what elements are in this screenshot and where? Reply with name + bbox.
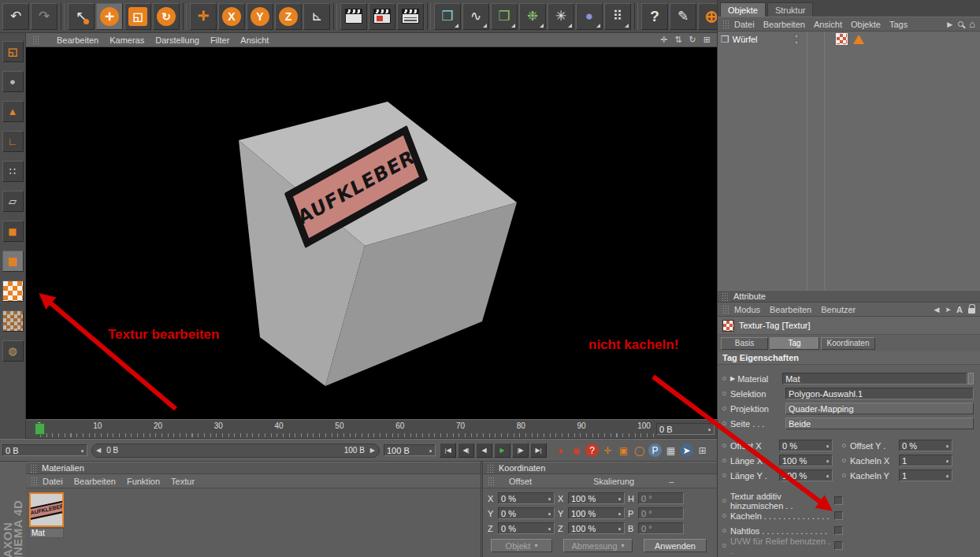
menu-item[interactable]: Benutzer <box>821 305 856 314</box>
render-picture-viewer-icon[interactable] <box>369 3 395 30</box>
record-help-icon[interactable]: ? <box>585 444 599 457</box>
menu-item[interactable]: Tags <box>889 20 908 29</box>
object-name-label[interactable]: Würfel <box>733 35 758 44</box>
polygon-selection-tag-icon[interactable] <box>853 35 864 44</box>
anim-dot-icon[interactable] <box>722 392 726 395</box>
add-spline-icon[interactable]: ∿ <box>462 3 489 30</box>
modeling-icon[interactable]: ❒ <box>491 3 518 30</box>
tab-koordinaten[interactable]: Koordinaten <box>821 337 875 350</box>
zoom-view-icon[interactable]: ⇅ <box>674 35 681 45</box>
history-back-icon[interactable]: ◀ <box>934 306 940 314</box>
menu-item[interactable]: Darstellung <box>155 35 199 45</box>
move-tool-icon[interactable]: ✛ <box>96 3 123 30</box>
menu-item[interactable]: Funktion <box>127 477 160 486</box>
texture-tag-icon[interactable] <box>836 33 848 45</box>
material-field[interactable]: Mat <box>782 373 967 384</box>
offset-y-field[interactable]: 0 % <box>899 440 952 451</box>
key-position-icon[interactable]: ✛ <box>601 444 614 457</box>
make-editable-icon[interactable]: ◱ <box>2 41 24 62</box>
scale-field[interactable]: 100 % <box>568 492 625 504</box>
range-left-handle[interactable]: ◀ <box>96 447 101 454</box>
anim-dot-icon[interactable] <box>842 459 846 462</box>
selection-arrow-icon[interactable]: ➤ <box>680 444 693 457</box>
uvw-mode-icon[interactable]: ◍ <box>2 340 24 362</box>
anim-dot-icon[interactable] <box>722 407 726 410</box>
object-tree[interactable]: ❒ Würfel <box>718 32 980 290</box>
menu-item[interactable]: Kameras <box>110 35 144 45</box>
material-item[interactable]: AUFKLEBER Mat <box>29 492 67 538</box>
anim-dot-icon[interactable] <box>722 444 726 447</box>
add-modifier-icon[interactable]: ❉ <box>519 3 546 30</box>
simulation-icon[interactable]: ⠿ <box>604 3 631 30</box>
menu-item[interactable]: Modus <box>734 305 760 314</box>
timeline-ruler[interactable]: 0102030405060708090100 <box>26 419 654 439</box>
viewport-canvas[interactable]: AUFKLEBER <box>26 47 717 419</box>
range-start-field[interactable]: 0 B <box>2 444 87 456</box>
menu-item[interactable]: Bearbeiten <box>763 20 805 29</box>
grip-icon[interactable] <box>722 305 729 314</box>
render-settings-icon[interactable] <box>397 3 424 30</box>
metaball-icon[interactable]: ● <box>576 3 603 30</box>
points-mode-icon[interactable]: ∷ <box>2 161 24 182</box>
edges-mode-icon[interactable]: ▱ <box>2 191 24 212</box>
grip-icon[interactable] <box>32 35 39 44</box>
anim-dot-icon[interactable] <box>842 444 846 447</box>
projektion-dropdown[interactable]: Quader-Mapping <box>785 403 974 414</box>
offset-x-field[interactable]: 0 % <box>779 440 833 451</box>
goto-start-button[interactable]: |◀ <box>440 443 456 458</box>
material-thumbnail[interactable]: AUFKLEBER <box>29 492 64 527</box>
render-visibility-dot[interactable] <box>794 40 799 45</box>
key-rotation-icon[interactable]: ◯ <box>633 444 646 457</box>
particles-icon[interactable]: ✳ <box>548 3 574 30</box>
magnet-grid-icon[interactable]: ⊞ <box>696 444 709 457</box>
add-primitive-icon[interactable]: ❒ <box>434 3 461 30</box>
prev-key-button[interactable]: ◀| <box>458 443 474 458</box>
lock-y-icon[interactable]: Y <box>247 3 273 30</box>
model-mode-icon[interactable]: ● <box>2 71 24 92</box>
grip-icon[interactable] <box>487 464 494 473</box>
menu-item[interactable]: Objekte <box>851 20 881 29</box>
menu-item[interactable]: Ansicht <box>240 35 269 45</box>
anim-dot-icon[interactable] <box>722 514 726 518</box>
home-icon[interactable]: ⌂ <box>969 18 975 30</box>
undo-icon[interactable]: ↶ <box>2 3 29 30</box>
menu-item[interactable]: Ansicht <box>814 20 842 29</box>
laenge-x-field[interactable]: 100 % <box>779 455 833 466</box>
menu-item[interactable]: Bearbeiten <box>57 35 98 45</box>
lock-z-icon[interactable]: Z <box>275 3 302 30</box>
anim-dot-icon[interactable] <box>722 377 726 381</box>
additiv-checkbox[interactable] <box>834 496 843 505</box>
scale-tool-icon[interactable]: ◱ <box>124 3 151 30</box>
rotate-view-icon[interactable]: ↻ <box>689 35 696 45</box>
rotation-field[interactable]: 0 ° <box>638 492 684 504</box>
axis-lock-icon[interactable]: ✛ <box>190 3 217 30</box>
workplane-icon[interactable]: ∟ <box>2 131 24 152</box>
kacheln-checkbox[interactable] <box>834 511 843 520</box>
live-selection-icon[interactable]: ↖ <box>68 3 95 30</box>
animation-mode-icon[interactable]: ▲ <box>2 101 24 122</box>
menu-item[interactable]: Datei <box>734 20 755 29</box>
frame-field[interactable]: 0 B <box>656 423 715 435</box>
anim-dot-icon[interactable] <box>722 499 726 503</box>
anim-dot-icon[interactable] <box>722 473 726 477</box>
goto-end-button[interactable]: ▶| <box>530 443 547 458</box>
tab-objekte[interactable]: Objekte <box>720 2 766 17</box>
kacheln-x-field[interactable]: 1 <box>899 455 952 466</box>
anim-dot-icon[interactable] <box>722 421 726 425</box>
lock-icon[interactable] <box>968 308 975 314</box>
anim-dot-icon[interactable] <box>842 473 846 477</box>
menu-item[interactable]: Datei <box>43 477 63 486</box>
cursor-arrow-icon[interactable]: ➤ <box>945 306 952 314</box>
grip-icon[interactable] <box>30 464 37 473</box>
objekt-dropdown[interactable]: Objekt▾ <box>491 539 552 552</box>
key-pla-icon[interactable]: ▦ <box>664 444 677 457</box>
current-frame-marker[interactable] <box>35 423 45 435</box>
lock-x-icon[interactable]: X <box>218 3 245 30</box>
texture-mode-icon[interactable] <box>2 280 24 302</box>
script-log-icon[interactable]: ✎ <box>670 3 696 30</box>
kacheln-y-field[interactable]: 1 <box>899 470 952 481</box>
key-scale-icon[interactable]: ▣ <box>617 444 630 457</box>
rotation-field[interactable]: 0 ° <box>638 522 684 534</box>
auto-mode-icon[interactable]: A <box>956 305 963 314</box>
toggle-view-icon[interactable]: ⊞ <box>703 35 711 45</box>
